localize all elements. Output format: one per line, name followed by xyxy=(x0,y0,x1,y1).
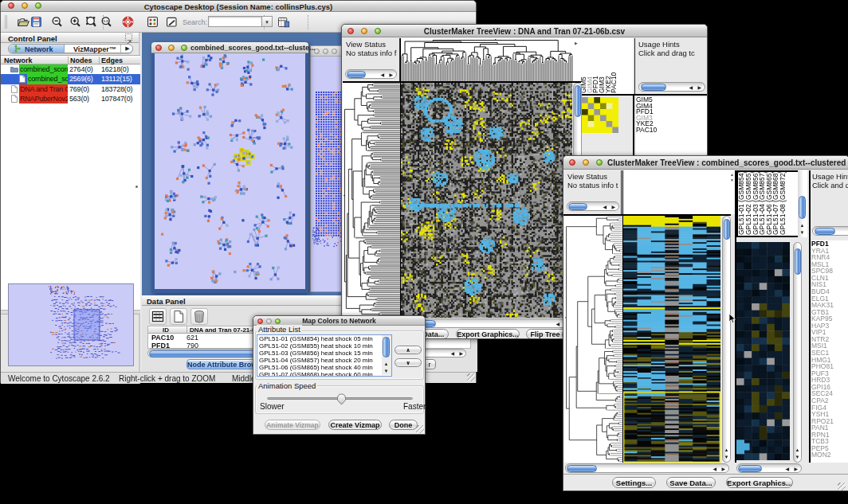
lifesaver-ring-icon[interactable] xyxy=(121,15,135,29)
tv2-heatmap-vscrollbar[interactable]: ▲▼ xyxy=(722,216,731,463)
scroll-down-arrow[interactable]: ▼ xyxy=(795,454,800,460)
tv2-gene-dendrogram[interactable] xyxy=(564,216,622,463)
tv2-export-graphics-button[interactable]: Export Graphics... xyxy=(726,477,793,488)
scrollbar-thumb[interactable] xyxy=(724,219,731,240)
tv1-array-dendrogram[interactable] xyxy=(401,38,573,81)
scrollbar-thumb[interactable] xyxy=(815,228,835,236)
scrollbar-thumb[interactable] xyxy=(567,465,597,473)
scroll-right-arrow[interactable]: ▶ xyxy=(721,466,725,472)
scroll-up-arrow[interactable]: ▲ xyxy=(724,447,729,453)
scrollbar-thumb[interactable] xyxy=(568,203,587,211)
gene-label[interactable]: PAC10 xyxy=(636,127,708,134)
attribute-list-vscrollbar[interactable]: ▲▼ xyxy=(382,335,391,375)
search-dropdown-button[interactable]: ▼ xyxy=(262,16,273,27)
search-input[interactable] xyxy=(208,16,262,27)
scroll-right-arrow[interactable]: ▶ xyxy=(459,350,463,357)
tab-vizmapper[interactable]: VizMapper™ xyxy=(65,45,120,53)
tv2-zoom-hscrollbar[interactable]: ◀▶ xyxy=(736,463,802,473)
tv2-minimize-button[interactable] xyxy=(583,159,589,166)
zoom-in-icon[interactable] xyxy=(69,15,82,29)
import-table-icon[interactable] xyxy=(277,15,290,29)
attribute-list-item[interactable]: GPL51-07 (GSM868) heat shock 60 min xyxy=(259,372,373,377)
tv1-export-graphics-button[interactable]: Export Graphics... xyxy=(456,329,520,339)
tv1-main-heatmap[interactable] xyxy=(401,83,572,318)
scroll-left-arrow[interactable]: ◀ xyxy=(689,84,693,91)
scrollbar-thumb[interactable] xyxy=(575,85,582,117)
scroll-right-arrow[interactable]: ▶ xyxy=(611,204,615,210)
network-table-row[interactable]: RNAPuberNov2+N563(0)107847(0) xyxy=(1,94,140,104)
tv2-settings-button[interactable]: Settings... xyxy=(612,477,656,488)
move-down-button[interactable]: ∨ xyxy=(395,358,422,367)
tv2-zoom-heatmap[interactable] xyxy=(736,242,790,460)
gene-label[interactable]: MON2 xyxy=(811,451,848,459)
tv2-status-scrollbar[interactable]: ◀▶ xyxy=(567,201,619,211)
frame2-minimize-button[interactable] xyxy=(323,49,328,54)
frame2-zoom-button[interactable] xyxy=(332,49,337,54)
tv1-gene-dendrogram[interactable] xyxy=(343,83,400,318)
network-table-row[interactable]: combined_scores_2764(0)16218(0) xyxy=(1,64,140,74)
data-col-id[interactable]: ID xyxy=(163,326,169,334)
scroll-left-arrow[interactable]: ◀ xyxy=(603,204,607,210)
data-col-attr[interactable]: DNA and Tran 07-21-06b xyxy=(190,326,263,334)
scroll-right-arrow[interactable]: ▶ xyxy=(697,84,701,91)
main-resize-grip[interactable] xyxy=(467,373,475,381)
scroll-down-arrow[interactable]: ▼ xyxy=(800,229,805,236)
tv2-resize-grip[interactable] xyxy=(838,483,846,490)
scroll-up-arrow[interactable]: ▲ xyxy=(795,447,800,453)
tv2-close-button[interactable] xyxy=(569,159,575,166)
save-icon[interactable] xyxy=(29,15,43,29)
col-network[interactable]: Network xyxy=(4,57,33,64)
scroll-left-arrow[interactable]: ◀ xyxy=(380,72,384,78)
birdseye-view[interactable] xyxy=(8,283,134,366)
tv2-zoom-vscrollbar[interactable]: ▲▼ xyxy=(793,242,802,463)
tv1-heatmap-hscrollbar[interactable]: ◀▶ xyxy=(401,318,572,328)
tv2-main-heatmap[interactable] xyxy=(623,216,720,463)
main-title-bar[interactable]: Cytoscape Desktop (Session Name: collins… xyxy=(1,1,476,12)
animation-speed-slider-thumb[interactable] xyxy=(336,393,347,405)
tv1-hints-scrollbar[interactable]: ◀▶ xyxy=(638,82,705,92)
network-table-row[interactable]: DNA and Tran 07769(0)183728(0) xyxy=(1,84,140,94)
vizmapper-grid-icon[interactable] xyxy=(146,15,159,29)
tv2-title-bar[interactable]: ClusterMaker TreeView : combined_scores_… xyxy=(563,156,848,170)
tab-network[interactable]: Network xyxy=(9,45,65,53)
tv1-zoom-heatmap[interactable] xyxy=(582,97,618,133)
splitter-expand-dot[interactable] xyxy=(135,186,138,188)
zoom-actual-icon[interactable]: 1:1 xyxy=(100,15,113,29)
scroll-left-arrow[interactable]: ◀ xyxy=(713,466,716,472)
float-panel-icon[interactable] xyxy=(125,33,132,41)
attr-select-button[interactable] xyxy=(149,308,167,325)
tv1-title-bar[interactable]: ClusterMaker TreeView : DNA and Tran 07-… xyxy=(342,25,707,37)
scroll-left-arrow[interactable]: ◀ xyxy=(785,466,789,472)
scroll-left-arrow[interactable]: ◀ xyxy=(556,321,559,327)
create-vizmap-button[interactable]: Create Vizmap xyxy=(328,420,382,430)
tab-node-attribute-browser[interactable]: Node Attribute Browser xyxy=(186,359,255,369)
frame1-minimize-button[interactable] xyxy=(168,45,175,51)
scroll-right-arrow[interactable]: ▶ xyxy=(389,72,393,78)
scrollbar-thumb[interactable] xyxy=(347,71,366,79)
frame1-zoom-button[interactable] xyxy=(181,45,187,51)
scroll-right-arrow[interactable]: ▶ xyxy=(794,466,798,472)
scrollbar-thumb[interactable] xyxy=(738,465,762,473)
scrollbar-thumb[interactable] xyxy=(799,196,806,219)
tab-overflow-arrow[interactable]: ▶ xyxy=(120,45,134,53)
frame1-title-bar[interactable]: combined_scores_good.txt--cluste... xyxy=(151,42,308,53)
scrollbar-thumb[interactable] xyxy=(383,337,390,357)
zoom-selected-icon[interactable] xyxy=(84,15,98,29)
open-folder-icon[interactable] xyxy=(17,15,30,29)
scroll-up-arrow[interactable]: ▲ xyxy=(800,222,805,229)
network-frame-1[interactable]: combined_scores_good.txt--cluste... xyxy=(151,42,308,293)
scroll-down-arrow[interactable]: ▼ xyxy=(384,368,389,374)
scroll-left-arrow[interactable]: ◀ xyxy=(450,350,454,357)
frame1-network-view[interactable] xyxy=(155,53,305,289)
scrollbar-thumb[interactable] xyxy=(641,84,666,92)
col-nodes[interactable]: Nodes xyxy=(70,57,92,64)
attribute-list[interactable]: GPL51-01 (GSM854) heat shock 05 minGPL51… xyxy=(257,334,392,377)
frame1-close-button[interactable] xyxy=(155,45,162,51)
delete-attr-button[interactable] xyxy=(190,308,208,325)
tv2-zoom-button[interactable] xyxy=(596,159,603,166)
zoom-out-icon[interactable] xyxy=(50,15,64,29)
scroll-up-arrow[interactable]: ▲ xyxy=(384,361,389,367)
dialog-resize-grip[interactable] xyxy=(416,425,424,433)
tv2-save-data-button[interactable]: Save Data... xyxy=(666,477,716,488)
tv2-hints-scrollbar[interactable] xyxy=(812,226,848,236)
